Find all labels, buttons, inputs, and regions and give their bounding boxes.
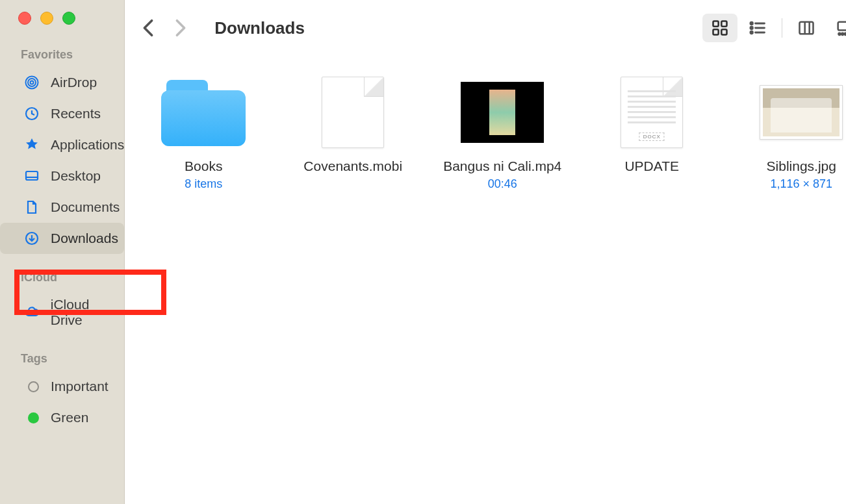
sidebar: Favorites AirDrop Recents Applications D… bbox=[0, 0, 125, 504]
airdrop-icon bbox=[23, 74, 40, 91]
toolbar: Downloads bbox=[125, 0, 846, 56]
svg-point-0 bbox=[31, 81, 34, 84]
svg-rect-8 bbox=[713, 21, 719, 27]
sidebar-item-documents[interactable]: Documents bbox=[0, 192, 124, 223]
sidebar-item-icloud-drive[interactable]: iCloud Drive bbox=[0, 290, 124, 335]
file-subtitle: 1,116 × 871 bbox=[770, 177, 832, 191]
desktop-icon bbox=[23, 168, 40, 184]
main-pane: Downloads bbox=[125, 0, 846, 504]
sidebar-item-label: Important bbox=[51, 379, 109, 394]
sidebar-item-label: Documents bbox=[51, 199, 120, 215]
app-icon bbox=[23, 136, 40, 153]
page-title: Downloads bbox=[214, 18, 305, 38]
svg-rect-21 bbox=[838, 22, 846, 31]
sidebar-item-label: AirDrop bbox=[51, 75, 97, 90]
tag-green-icon bbox=[23, 409, 40, 426]
toolbar-divider bbox=[782, 18, 782, 38]
sidebar-section-tags: Tags bbox=[0, 347, 124, 371]
sidebar-item-airdrop[interactable]: AirDrop bbox=[0, 67, 124, 98]
sidebar-item-label: Downloads bbox=[51, 231, 118, 246]
svg-rect-11 bbox=[722, 29, 727, 34]
gallery-view-button[interactable] bbox=[827, 14, 846, 42]
file-item-siblings[interactable]: Siblings.jpg 1,116 × 871 bbox=[739, 77, 846, 191]
file-name: UPDATE bbox=[624, 157, 679, 175]
window-controls bbox=[0, 12, 124, 25]
video-icon bbox=[460, 77, 545, 148]
sidebar-item-downloads[interactable]: Downloads bbox=[0, 223, 124, 254]
sidebar-item-recents[interactable]: Recents bbox=[0, 98, 124, 129]
tag-empty-icon bbox=[23, 378, 40, 395]
sidebar-item-label: Desktop bbox=[51, 168, 101, 184]
zoom-icon[interactable] bbox=[62, 12, 75, 25]
image-icon bbox=[759, 77, 843, 148]
clock-icon bbox=[23, 105, 40, 122]
file-name: Bangus ni Cali.mp4 bbox=[443, 157, 561, 175]
file-item-covenants[interactable]: Covenants.mobi bbox=[291, 77, 415, 175]
svg-rect-4 bbox=[26, 171, 38, 180]
svg-point-1 bbox=[28, 79, 36, 86]
file-subtitle: 8 items bbox=[185, 177, 222, 191]
sidebar-item-label: Green bbox=[51, 410, 88, 425]
sidebar-item-desktop[interactable]: Desktop bbox=[0, 160, 124, 192]
svg-point-22 bbox=[839, 33, 841, 35]
svg-point-12 bbox=[750, 22, 753, 25]
minimize-icon[interactable] bbox=[40, 12, 53, 25]
file-grid: Books 8 items Covenants.mobi Bangus ni C… bbox=[125, 56, 846, 212]
back-button[interactable] bbox=[134, 14, 162, 42]
sidebar-item-label: Recents bbox=[51, 106, 101, 121]
svg-point-16 bbox=[750, 31, 753, 34]
download-icon bbox=[23, 230, 40, 247]
file-name: Siblings.jpg bbox=[767, 157, 836, 175]
file-subtitle: 00:46 bbox=[488, 177, 517, 191]
file-name: Books bbox=[185, 157, 222, 175]
forward-button[interactable] bbox=[166, 14, 195, 42]
sidebar-item-tag-important[interactable]: Important bbox=[0, 371, 124, 402]
file-item-bangus[interactable]: Bangus ni Cali.mp4 00:46 bbox=[441, 77, 564, 191]
file-item-books[interactable]: Books 8 items bbox=[142, 77, 265, 191]
icon-view-button[interactable] bbox=[702, 14, 737, 42]
close-icon[interactable] bbox=[18, 12, 31, 25]
svg-rect-18 bbox=[800, 22, 814, 34]
view-switcher bbox=[702, 14, 846, 42]
list-view-button[interactable] bbox=[740, 14, 775, 42]
finder-window: Favorites AirDrop Recents Applications D… bbox=[0, 0, 846, 504]
sidebar-section-icloud: iCloud bbox=[0, 266, 124, 290]
sidebar-item-tag-green[interactable]: Green bbox=[0, 402, 124, 433]
sidebar-section-favorites: Favorites bbox=[0, 43, 124, 67]
cloud-icon bbox=[23, 304, 40, 321]
sidebar-item-label: Applications bbox=[51, 137, 124, 153]
folder-icon bbox=[161, 77, 246, 148]
sidebar-item-label: iCloud Drive bbox=[51, 297, 124, 328]
sidebar-item-applications[interactable]: Applications bbox=[0, 129, 124, 160]
svg-rect-10 bbox=[713, 29, 719, 34]
nav-group bbox=[134, 14, 195, 42]
file-name: Covenants.mobi bbox=[303, 157, 402, 175]
docx-badge: DOCX bbox=[639, 132, 665, 141]
docx-icon: DOCX bbox=[609, 77, 694, 148]
file-item-update[interactable]: DOCX UPDATE bbox=[590, 77, 713, 175]
column-view-button[interactable] bbox=[789, 14, 824, 42]
svg-rect-9 bbox=[722, 21, 727, 27]
svg-point-23 bbox=[841, 33, 843, 35]
svg-point-14 bbox=[750, 27, 753, 29]
document-icon bbox=[23, 199, 40, 216]
document-icon bbox=[311, 77, 395, 148]
